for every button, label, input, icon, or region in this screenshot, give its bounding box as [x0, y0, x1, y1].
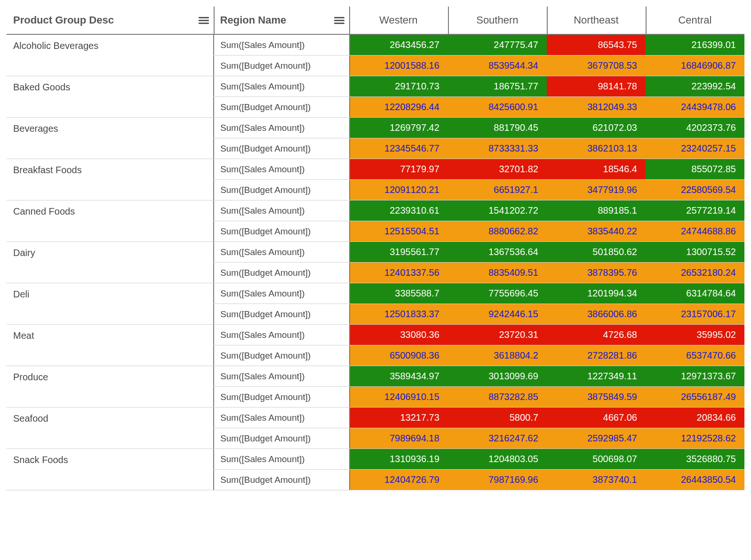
value-cell[interactable]: 1310936.19: [349, 449, 448, 470]
metric-cell-budget[interactable]: Sum([Budget Amount]): [214, 56, 349, 76]
value-cell[interactable]: 18546.4: [547, 159, 646, 180]
value-cell[interactable]: 12192528.62: [646, 428, 744, 449]
value-cell[interactable]: 186751.77: [448, 76, 547, 97]
value-cell[interactable]: 12208296.44: [349, 97, 448, 118]
value-cell[interactable]: 223992.54: [646, 76, 744, 97]
hamburger-icon[interactable]: [199, 16, 209, 24]
value-cell[interactable]: 889185.1: [547, 200, 646, 221]
metric-cell-sales[interactable]: Sum([Sales Amount]): [214, 118, 349, 138]
value-cell[interactable]: 12406910.15: [349, 387, 448, 408]
metric-cell-sales[interactable]: Sum([Sales Amount]): [214, 200, 349, 221]
value-cell[interactable]: 3679708.53: [547, 56, 646, 76]
value-cell[interactable]: 247775.47: [448, 34, 547, 56]
value-cell[interactable]: 881790.45: [448, 118, 547, 138]
value-cell[interactable]: 216399.01: [646, 34, 744, 56]
value-cell[interactable]: 3385588.7: [349, 283, 448, 304]
group-cell[interactable]: Deli: [7, 283, 214, 325]
value-cell[interactable]: 3862103.13: [547, 138, 646, 159]
group-cell[interactable]: Canned Foods: [7, 200, 214, 242]
value-cell[interactable]: 8425600.91: [448, 97, 547, 118]
metric-cell-budget[interactable]: Sum([Budget Amount]): [214, 138, 349, 159]
group-cell[interactable]: Seafood: [7, 408, 214, 449]
value-cell[interactable]: 3812049.33: [547, 97, 646, 118]
value-cell[interactable]: 7989694.18: [349, 428, 448, 449]
value-cell[interactable]: 1204803.05: [448, 449, 547, 470]
metric-cell-budget[interactable]: Sum([Budget Amount]): [214, 221, 349, 242]
value-cell[interactable]: 26443850.54: [646, 470, 744, 490]
value-cell[interactable]: 4667.06: [547, 408, 646, 428]
value-cell[interactable]: 2577219.14: [646, 200, 744, 221]
header-region-northeast[interactable]: Northeast: [547, 7, 646, 34]
group-cell[interactable]: Snack Foods: [7, 449, 214, 490]
value-cell[interactable]: 1227349.11: [547, 366, 646, 387]
metric-cell-sales[interactable]: Sum([Sales Amount]): [214, 283, 349, 304]
value-cell[interactable]: 9242446.15: [448, 304, 547, 325]
metric-cell-sales[interactable]: Sum([Sales Amount]): [214, 242, 349, 263]
group-cell[interactable]: Produce: [7, 366, 214, 408]
value-cell[interactable]: 1201994.34: [547, 283, 646, 304]
metric-cell-budget[interactable]: Sum([Budget Amount]): [214, 470, 349, 490]
metric-cell-sales[interactable]: Sum([Sales Amount]): [214, 449, 349, 470]
value-cell[interactable]: 16846906.87: [646, 56, 744, 76]
value-cell[interactable]: 23157006.17: [646, 304, 744, 325]
value-cell[interactable]: 3618804.2: [448, 345, 547, 366]
value-cell[interactable]: 3835440.22: [547, 221, 646, 242]
value-cell[interactable]: 22580569.54: [646, 180, 744, 200]
value-cell[interactable]: 621072.03: [547, 118, 646, 138]
metric-cell-sales[interactable]: Sum([Sales Amount]): [214, 34, 349, 56]
value-cell[interactable]: 7987169.96: [448, 470, 547, 490]
value-cell[interactable]: 3589434.97: [349, 366, 448, 387]
value-cell[interactable]: 33080.36: [349, 325, 448, 345]
value-cell[interactable]: 3195561.77: [349, 242, 448, 263]
value-cell[interactable]: 291710.73: [349, 76, 448, 97]
group-cell[interactable]: Breakfast Foods: [7, 159, 214, 200]
metric-cell-sales[interactable]: Sum([Sales Amount]): [214, 325, 349, 345]
group-cell[interactable]: Baked Goods: [7, 76, 214, 118]
value-cell[interactable]: 2728281.86: [547, 345, 646, 366]
value-cell[interactable]: 12401337.56: [349, 263, 448, 283]
value-cell[interactable]: 6651927.1: [448, 180, 547, 200]
header-region-name[interactable]: Region Name: [214, 7, 349, 34]
metric-cell-sales[interactable]: Sum([Sales Amount]): [214, 408, 349, 428]
header-region-central[interactable]: Central: [646, 7, 744, 34]
value-cell[interactable]: 12091120.21: [349, 180, 448, 200]
value-cell[interactable]: 2592985.47: [547, 428, 646, 449]
value-cell[interactable]: 77179.97: [349, 159, 448, 180]
group-cell[interactable]: Dairy: [7, 242, 214, 283]
value-cell[interactable]: 5800.7: [448, 408, 547, 428]
value-cell[interactable]: 6314784.64: [646, 283, 744, 304]
group-cell[interactable]: Alcoholic Beverages: [7, 34, 214, 76]
metric-cell-budget[interactable]: Sum([Budget Amount]): [214, 387, 349, 408]
value-cell[interactable]: 2643456.27: [349, 34, 448, 56]
value-cell[interactable]: 8733331.33: [448, 138, 547, 159]
value-cell[interactable]: 26556187.49: [646, 387, 744, 408]
value-cell[interactable]: 500698.07: [547, 449, 646, 470]
value-cell[interactable]: 26532180.24: [646, 263, 744, 283]
value-cell[interactable]: 8539544.34: [448, 56, 547, 76]
value-cell[interactable]: 12971373.67: [646, 366, 744, 387]
metric-cell-budget[interactable]: Sum([Budget Amount]): [214, 345, 349, 366]
value-cell[interactable]: 3875849.59: [547, 387, 646, 408]
value-cell[interactable]: 7755696.45: [448, 283, 547, 304]
metric-cell-budget[interactable]: Sum([Budget Amount]): [214, 97, 349, 118]
value-cell[interactable]: 3878395.76: [547, 263, 646, 283]
group-cell[interactable]: Meat: [7, 325, 214, 366]
metric-cell-budget[interactable]: Sum([Budget Amount]): [214, 428, 349, 449]
value-cell[interactable]: 24439478.06: [646, 97, 744, 118]
value-cell[interactable]: 855072.85: [646, 159, 744, 180]
metric-cell-sales[interactable]: Sum([Sales Amount]): [214, 366, 349, 387]
value-cell[interactable]: 1269797.42: [349, 118, 448, 138]
value-cell[interactable]: 23240257.15: [646, 138, 744, 159]
value-cell[interactable]: 3477919.96: [547, 180, 646, 200]
value-cell[interactable]: 98141.78: [547, 76, 646, 97]
value-cell[interactable]: 1367536.64: [448, 242, 547, 263]
value-cell[interactable]: 8873282.85: [448, 387, 547, 408]
value-cell[interactable]: 3526880.75: [646, 449, 744, 470]
value-cell[interactable]: 24744688.86: [646, 221, 744, 242]
group-cell[interactable]: Beverages: [7, 118, 214, 159]
header-region-western[interactable]: Western: [349, 7, 448, 34]
value-cell[interactable]: 6537470.66: [646, 345, 744, 366]
header-region-southern[interactable]: Southern: [448, 7, 547, 34]
value-cell[interactable]: 20834.66: [646, 408, 744, 428]
metric-cell-budget[interactable]: Sum([Budget Amount]): [214, 263, 349, 283]
